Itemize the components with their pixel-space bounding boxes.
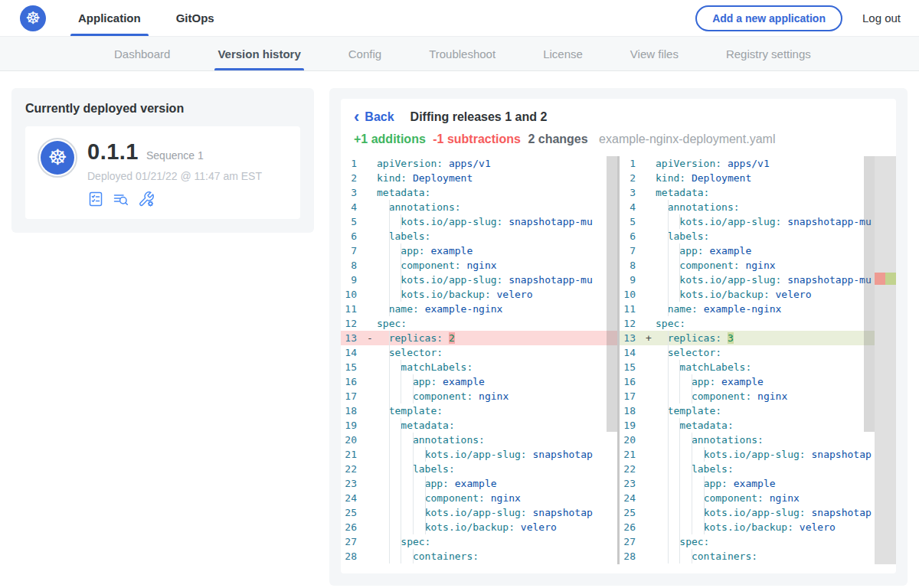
code-line: 5 kots.io/app-slug: snapshotapp-mu xyxy=(620,214,896,229)
code-line: 19 metadata: xyxy=(620,418,896,433)
code-line: 14 selector: xyxy=(341,345,617,360)
code-line: 4 annotations: xyxy=(620,200,896,214)
tab-config[interactable]: Config xyxy=(345,37,384,70)
code-line: 24 component: nginx xyxy=(341,491,617,505)
code-line: 16 app: example xyxy=(620,374,896,389)
kubernetes-wheel-icon: ☸ xyxy=(41,141,74,175)
code-line: 17 component: nginx xyxy=(341,389,617,403)
code-line: 2kind: Deployment xyxy=(341,171,617,185)
back-label: Back xyxy=(365,110,394,124)
top-navbar: ☸ Application GitOps Add a new applicati… xyxy=(0,0,919,37)
code-line: 5 kots.io/app-slug: snapshotapp-mu xyxy=(341,214,617,229)
code-line: 22 labels: xyxy=(620,462,896,476)
preflight-checklist-icon[interactable] xyxy=(87,191,104,207)
right-pane-scrollbar[interactable] xyxy=(864,156,875,432)
code-line: 19 metadata: xyxy=(341,418,617,433)
diff-header: ‹ Back Diffing releases 1 and 2 xyxy=(341,110,896,124)
code-line: 28 containers: xyxy=(341,549,617,564)
code-line: 10 kots.io/backup: velero xyxy=(341,287,617,302)
deployed-version-card: Currently deployed version ☸ 0.1.1 Seque… xyxy=(11,88,314,233)
code-line: 18 template: xyxy=(341,403,617,418)
additions-count: +1 additions xyxy=(354,132,426,145)
code-line: 11 name: example-nginx xyxy=(341,302,617,316)
add-application-button[interactable]: Add a new application xyxy=(695,5,842,31)
code-line: 2kind: Deployment xyxy=(620,171,896,185)
code-line: 16 app: example xyxy=(341,374,617,389)
code-line: 15 matchLabels: xyxy=(620,360,896,374)
tab-dashboard[interactable]: Dashboard xyxy=(111,37,173,70)
diff-overview-ruler xyxy=(875,156,896,564)
code-line: 3metadata: xyxy=(341,185,617,200)
deployed-timestamp: Deployed 01/21/22 @ 11:47 am EST xyxy=(87,170,262,182)
code-line: 28 containers: xyxy=(620,549,896,564)
changes-count: 2 changes xyxy=(528,132,587,145)
code-line: 12spec: xyxy=(620,316,896,331)
code-line: 13+ replicas: 3 xyxy=(620,331,896,345)
code-line: 6 labels: xyxy=(341,229,617,243)
code-line: 25 kots.io/app-slug: snapshotap xyxy=(620,505,896,520)
code-line: 21 kots.io/app-slug: snapshotap xyxy=(341,447,617,462)
code-line: 10 kots.io/backup: velero xyxy=(620,287,896,302)
back-link[interactable]: ‹ Back xyxy=(354,110,394,124)
code-line: 13- replicas: 2 xyxy=(341,331,617,345)
code-line: 27 spec: xyxy=(341,534,617,549)
diff-editors: 1apiVersion: apps/v12kind: Deployment3me… xyxy=(341,156,896,564)
view-files-icon[interactable] xyxy=(113,191,129,207)
subtractions-count: -1 subtractions xyxy=(433,132,521,145)
code-line: 7 app: example xyxy=(341,243,617,258)
code-line: 12spec: xyxy=(341,316,617,331)
code-line: 21 kots.io/app-slug: snapshotap xyxy=(620,447,896,462)
tab-license[interactable]: License xyxy=(540,37,586,70)
diff-card: ‹ Back Diffing releases 1 and 2 +1 addit… xyxy=(329,88,908,586)
code-line: 1apiVersion: apps/v1 xyxy=(341,156,617,171)
nav-tabs: Application GitOps xyxy=(70,0,242,36)
navbar-right: Add a new application Log out xyxy=(695,5,901,31)
code-line: 17 component: nginx xyxy=(620,389,896,403)
code-line: 26 kots.io/backup: velero xyxy=(341,520,617,534)
diff-panel: ‹ Back Diffing releases 1 and 2 +1 addit… xyxy=(341,99,896,573)
code-line: 26 kots.io/backup: velero xyxy=(620,520,896,534)
tab-troubleshoot[interactable]: Troubleshoot xyxy=(426,37,499,70)
kubernetes-logo-icon: ☸ xyxy=(20,5,46,31)
left-pane-scrollbar[interactable] xyxy=(607,156,617,432)
diff-stats: +1 additions -1 subtractions 2 changes e… xyxy=(341,132,896,146)
version-info: 0.1.1 Sequence 1 Deployed 01/21/22 @ 11:… xyxy=(87,138,262,207)
deployed-version-row: ☸ 0.1.1 Sequence 1 Deployed 01/21/22 @ 1… xyxy=(25,126,300,219)
code-line: 9 kots.io/app-slug: snapshotapp-mu xyxy=(620,273,896,287)
version-number: 0.1.1 xyxy=(87,139,139,165)
code-line: 6 labels: xyxy=(620,229,896,243)
code-line: 3metadata: xyxy=(620,185,896,200)
tab-gitops[interactable]: GitOps xyxy=(168,0,222,36)
tab-registry-settings[interactable]: Registry settings xyxy=(723,37,814,70)
version-actions xyxy=(87,191,262,207)
diff-pane-modified[interactable]: 1apiVersion: apps/v12kind: Deployment3me… xyxy=(620,156,896,564)
code-line: 9 kots.io/app-slug: snapshotapp-mu xyxy=(341,273,617,287)
code-line: 23 app: example xyxy=(341,476,617,491)
chevron-left-icon: ‹ xyxy=(354,111,359,123)
app-subnav: Dashboard Version history Config Trouble… xyxy=(0,37,919,71)
code-line: 24 component: nginx xyxy=(620,491,896,505)
code-line: 22 labels: xyxy=(341,462,617,476)
logout-link[interactable]: Log out xyxy=(862,11,901,24)
code-line: 7 app: example xyxy=(620,243,896,258)
configure-icon[interactable] xyxy=(138,191,155,207)
code-line: 11 name: example-nginx xyxy=(620,302,896,316)
deployed-card-title: Currently deployed version xyxy=(25,102,300,116)
diff-title: Diffing releases 1 and 2 xyxy=(410,110,548,124)
sequence-label: Sequence 1 xyxy=(146,149,204,162)
main-content: Currently deployed version ☸ 0.1.1 Seque… xyxy=(0,71,919,586)
code-line: 8 component: nginx xyxy=(341,258,617,273)
tab-application[interactable]: Application xyxy=(70,0,149,36)
addition-marker xyxy=(885,273,896,285)
code-line: 14 selector: xyxy=(620,345,896,360)
code-line: 18 template: xyxy=(620,403,896,418)
tab-version-history[interactable]: Version history xyxy=(214,37,303,70)
tab-view-files[interactable]: View files xyxy=(627,37,682,70)
diff-pane-original[interactable]: 1apiVersion: apps/v12kind: Deployment3me… xyxy=(341,156,617,564)
diff-filename: example-nginx-deployment.yaml xyxy=(599,132,775,145)
code-line: 8 component: nginx xyxy=(620,258,896,273)
code-line: 20 annotations: xyxy=(341,433,617,447)
code-line: 23 app: example xyxy=(620,476,896,491)
code-line: 20 annotations: xyxy=(620,433,896,447)
code-line: 27 spec: xyxy=(620,534,896,549)
